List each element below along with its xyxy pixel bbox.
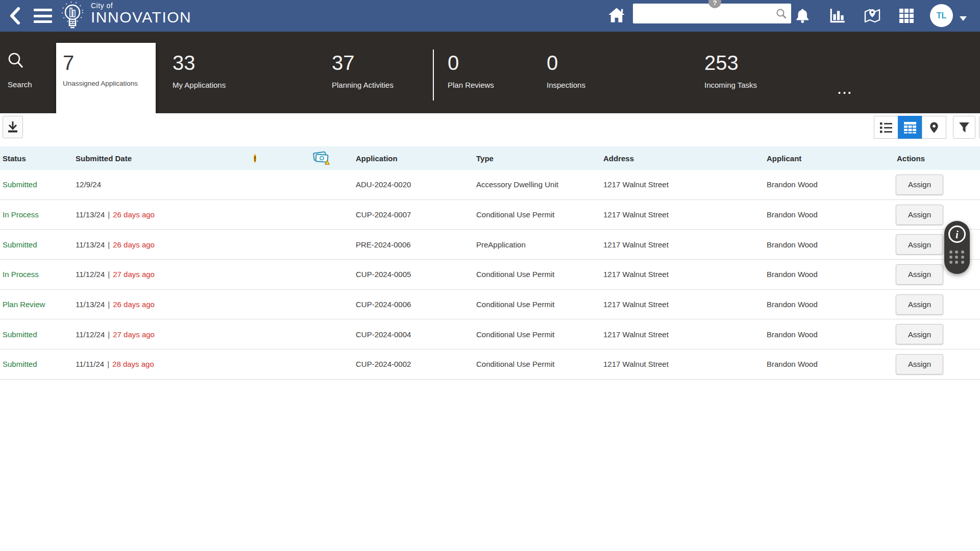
submitted-date-cell: 11/12/24|27 days ago xyxy=(76,270,254,279)
submitted-date-cell: 11/11/24|28 days ago xyxy=(76,360,254,368)
address-cell: 1217 Walnut Street xyxy=(603,300,767,309)
address-cell: 1217 Walnut Street xyxy=(603,360,767,368)
export-button[interactable] xyxy=(3,116,23,138)
tab-planning-activities[interactable]: 37 Planning Activities xyxy=(332,32,394,113)
drag-dots-icon[interactable] xyxy=(949,251,965,264)
tab-label: Unassigned Applications xyxy=(63,80,156,87)
col-header-actions: Actions xyxy=(892,154,980,163)
list-view-button[interactable] xyxy=(874,116,898,139)
tab-label: Incoming Tasks xyxy=(704,81,757,89)
tab-search-label: Search xyxy=(8,80,32,89)
tab-label: Plan Reviews xyxy=(448,81,494,89)
hamburger-menu-button[interactable] xyxy=(34,8,52,24)
chevron-left-icon xyxy=(7,6,23,26)
table-row[interactable]: In Process 11/12/24|27 days ago CUP-2024… xyxy=(0,260,980,290)
col-header-type[interactable]: Type xyxy=(476,154,603,163)
col-header-expiring[interactable] xyxy=(284,149,356,167)
address-cell: 1217 Walnut Street xyxy=(603,270,767,279)
applicant-cell: Brandon Wood xyxy=(767,210,892,219)
assign-button[interactable]: Assign xyxy=(896,264,943,285)
tab-count: 37 xyxy=(332,53,394,73)
table-row[interactable]: Plan Review 11/13/24|26 days ago CUP-202… xyxy=(0,290,980,320)
tab-label: Inspections xyxy=(547,81,585,89)
search-input[interactable] xyxy=(637,4,775,23)
address-cell: 1217 Walnut Street xyxy=(603,240,767,249)
applicant-cell: Brandon Wood xyxy=(767,360,892,368)
caret-down-icon xyxy=(960,16,967,21)
tab-unassigned-applications[interactable]: 7 Unassigned Applications xyxy=(56,43,156,113)
assign-button[interactable]: Assign xyxy=(896,234,943,255)
bar-chart-icon xyxy=(829,8,846,24)
city-logo xyxy=(59,1,87,32)
col-header-applicant[interactable]: Applicant xyxy=(767,154,892,163)
submitted-date-cell: 11/12/24|27 days ago xyxy=(76,330,254,339)
assign-button[interactable]: Assign xyxy=(896,294,943,315)
col-header-status[interactable]: Status xyxy=(3,154,76,163)
home-button[interactable] xyxy=(607,6,626,24)
col-header-submitted-date[interactable]: Submitted Date xyxy=(76,154,254,163)
user-menu-button[interactable] xyxy=(960,14,967,23)
address-cell: 1217 Walnut Street xyxy=(603,180,767,189)
type-cell: Conditional Use Permit xyxy=(476,210,603,219)
expiring-docs-icon xyxy=(312,159,330,167)
status-cell: Submitted xyxy=(3,360,76,368)
table-row[interactable]: Submitted 11/11/24|28 days ago CUP-2024-… xyxy=(0,349,980,380)
assign-button[interactable]: Assign xyxy=(896,174,943,195)
list-view-icon xyxy=(879,121,893,134)
col-header-application[interactable]: Application xyxy=(356,154,476,163)
search-tab-icon xyxy=(8,52,24,69)
bell-icon xyxy=(795,8,810,24)
assistive-widget[interactable]: i xyxy=(944,221,970,274)
apps-menu-button[interactable] xyxy=(897,6,916,26)
map-view-button[interactable] xyxy=(922,116,946,139)
tab-count: 253 xyxy=(704,53,757,73)
more-tabs-button[interactable]: ••• xyxy=(838,89,853,97)
table-row[interactable]: Submitted 11/12/24|27 days ago CUP-2024-… xyxy=(0,319,980,349)
back-button[interactable] xyxy=(7,6,23,26)
map-button[interactable] xyxy=(863,6,882,26)
tab-count: 0 xyxy=(448,53,494,73)
notifications-button[interactable] xyxy=(793,6,812,26)
type-cell: Conditional Use Permit xyxy=(476,360,603,368)
brand-innovation: INNOVATION xyxy=(91,10,191,25)
applicant-cell: Brandon Wood xyxy=(767,270,892,279)
tab-search[interactable]: Search xyxy=(0,32,55,113)
applicant-cell: Brandon Wood xyxy=(767,240,892,249)
tab-label: Planning Activities xyxy=(332,81,394,89)
workspace-tab-bar: Search 7 Unassigned Applications 33 My A… xyxy=(0,32,980,113)
assign-button[interactable]: Assign xyxy=(896,324,943,344)
table-row[interactable]: Submitted 12/9/24 ADU-2024-0020 Accessor… xyxy=(0,170,980,200)
application-cell: PRE-2024-0006 xyxy=(356,240,476,249)
address-cell: 1217 Walnut Street xyxy=(603,330,767,339)
tab-plan-reviews[interactable]: 0 Plan Reviews xyxy=(448,32,494,113)
type-cell: Conditional Use Permit xyxy=(476,330,603,339)
applicant-cell: Brandon Wood xyxy=(767,300,892,309)
assign-button[interactable]: Assign xyxy=(896,205,943,225)
grid-view-button[interactable] xyxy=(898,116,922,139)
application-cell: CUP-2024-0007 xyxy=(356,210,476,219)
assign-button[interactable]: Assign xyxy=(896,354,943,374)
view-switcher xyxy=(874,116,946,139)
table-row[interactable]: In Process 11/13/24|26 days ago CUP-2024… xyxy=(0,200,980,230)
user-avatar[interactable]: TL xyxy=(930,4,953,27)
map-icon xyxy=(864,8,881,24)
submitted-date-cell: 12/9/24 xyxy=(76,180,254,189)
map-pin-icon xyxy=(928,121,940,134)
tab-count: 0 xyxy=(547,53,585,73)
address-cell: 1217 Walnut Street xyxy=(603,210,767,219)
reports-button[interactable] xyxy=(828,6,847,26)
table-row[interactable]: Submitted 11/13/24|26 days ago PRE-2024-… xyxy=(0,230,980,260)
tab-incoming-tasks[interactable]: 253 Incoming Tasks xyxy=(704,32,757,113)
status-cell: Submitted xyxy=(3,330,76,339)
alert-icon: ! xyxy=(254,154,256,163)
col-header-address[interactable]: Address xyxy=(603,154,767,163)
col-header-alert[interactable]: ! xyxy=(254,152,284,165)
lightbulb-logo-icon xyxy=(59,1,87,33)
application-cell: CUP-2024-0004 xyxy=(356,330,476,339)
filter-button[interactable] xyxy=(953,116,975,139)
brand-text: City of INNOVATION xyxy=(91,2,191,25)
info-icon[interactable]: i xyxy=(948,226,966,243)
tab-my-applications[interactable]: 33 My Applications xyxy=(173,32,226,113)
tab-inspections[interactable]: 0 Inspections xyxy=(547,32,585,113)
hamburger-icon xyxy=(34,9,52,11)
